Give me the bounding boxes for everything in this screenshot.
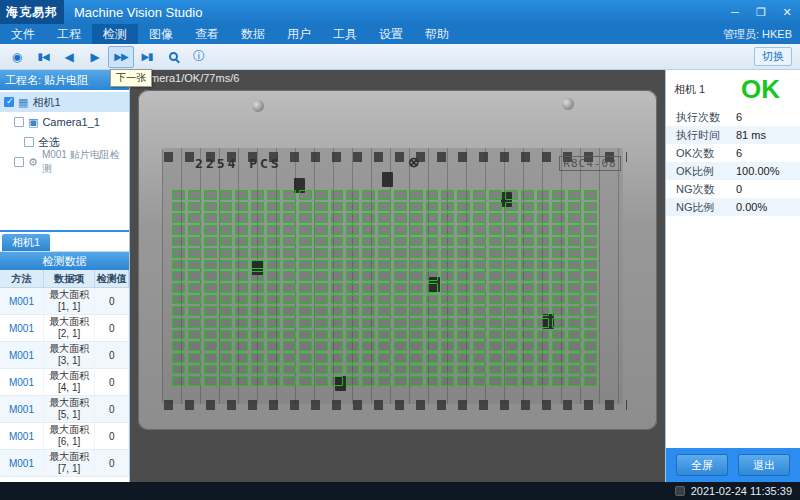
detection-cell	[362, 190, 375, 200]
detection-cell	[378, 376, 391, 386]
stat-row: OK次数 6	[666, 144, 800, 162]
detection-cell	[457, 237, 470, 247]
detection-cell	[568, 283, 581, 293]
detection-cell	[441, 330, 454, 340]
item-name: 最大面积	[49, 451, 89, 463]
detection-cell	[584, 365, 597, 375]
detection-cell	[220, 271, 233, 281]
detection-cell	[346, 213, 359, 223]
menu-item[interactable]: 文件	[0, 24, 46, 44]
detection-cell	[441, 248, 454, 258]
detection-cell	[568, 376, 581, 386]
detection-cell	[410, 213, 423, 223]
detection-cell	[267, 341, 280, 351]
detection-cell	[489, 248, 502, 258]
detection-cell	[378, 271, 391, 281]
tree-item-camera1[interactable]: ▦ 相机1	[0, 92, 129, 112]
table-row[interactable]: M001 最大面积 [6, 1] 0	[0, 423, 129, 450]
detection-cell	[315, 295, 328, 305]
column-item: 数据项	[44, 270, 96, 287]
minimize-button[interactable]: ─	[722, 0, 748, 24]
camera1-checkbox[interactable]	[4, 97, 14, 107]
detection-cell	[172, 306, 185, 316]
switch-user-button[interactable]: 切换	[754, 47, 792, 66]
tree-item-camera1-1[interactable]: ▣ Camera1_1	[0, 112, 129, 132]
detection-cell	[346, 248, 359, 258]
detection-cell	[410, 283, 423, 293]
detection-cell	[172, 248, 185, 258]
detection-cell	[521, 318, 534, 328]
first-image-button[interactable]: ▮◀	[30, 46, 56, 68]
menu-item[interactable]: 设置	[368, 24, 414, 44]
detection-cell	[568, 306, 581, 316]
table-row[interactable]: M001 最大面积 [1, 1] 0	[0, 288, 129, 315]
method-cell: M001	[0, 396, 44, 422]
close-button[interactable]: ✕	[774, 0, 800, 24]
detection-cell	[251, 202, 264, 212]
detection-cell	[473, 365, 486, 375]
admin-user-label: 管理员: HKEB	[723, 24, 800, 44]
menu-item[interactable]: 用户	[276, 24, 322, 44]
exit-button[interactable]: 退出	[738, 454, 790, 476]
menu-item[interactable]: 帮助	[414, 24, 460, 44]
detection-cell	[251, 237, 264, 247]
detection-cell	[552, 213, 565, 223]
menu-item[interactable]: 工程	[46, 24, 92, 44]
menu-item[interactable]: 工具	[322, 24, 368, 44]
camera1-1-checkbox[interactable]	[14, 117, 24, 127]
detection-cell	[537, 202, 550, 212]
detection-cell	[283, 190, 296, 200]
last-image-button[interactable]: ▶▮	[134, 46, 160, 68]
detection-cell	[521, 225, 534, 235]
info-button[interactable]: ⓘ	[186, 46, 212, 68]
tab-camera1[interactable]: 相机1	[2, 234, 50, 251]
method-cell: M001	[0, 450, 44, 476]
tree-item-m001[interactable]: ⚙ M001 贴片电阻检测	[0, 152, 129, 172]
run-button[interactable]: ▶	[82, 46, 108, 68]
detection-cell	[315, 225, 328, 235]
detection-cell	[394, 376, 407, 386]
detection-cell	[505, 283, 518, 293]
select-all-checkbox[interactable]	[24, 137, 34, 147]
menu-item[interactable]: 检测	[92, 24, 138, 44]
detection-cell	[568, 295, 581, 305]
zoom-button[interactable]	[160, 46, 186, 68]
maximize-button[interactable]: ❐	[748, 0, 774, 24]
detection-cell	[505, 341, 518, 351]
detection-cell	[426, 306, 439, 316]
detection-cell	[283, 341, 296, 351]
fullscreen-button[interactable]: 全屏	[676, 454, 728, 476]
detection-cell	[251, 225, 264, 235]
detection-cell	[394, 190, 407, 200]
m001-checkbox[interactable]	[14, 157, 24, 167]
dark-component-blob	[382, 172, 393, 187]
detection-cell	[441, 341, 454, 351]
table-row[interactable]: M001 最大面积 [7, 1] 0	[0, 450, 129, 477]
next-image-button[interactable]: ▶▶	[108, 46, 134, 68]
prev-image-button[interactable]: ◀	[56, 46, 82, 68]
detection-cell	[235, 376, 248, 386]
detection-cell	[378, 318, 391, 328]
detection-cell	[505, 237, 518, 247]
detection-cell	[267, 213, 280, 223]
table-row[interactable]: M001 最大面积 [3, 1] 0	[0, 342, 129, 369]
menu-item[interactable]: 数据	[230, 24, 276, 44]
detection-cell	[568, 260, 581, 270]
detection-cell	[188, 365, 201, 375]
menu-item[interactable]: 图像	[138, 24, 184, 44]
table-row[interactable]: M001 最大面积 [2, 1] 0	[0, 315, 129, 342]
stat-value: 100.00%	[736, 165, 779, 177]
detection-cell	[331, 318, 344, 328]
detection-cell	[315, 237, 328, 247]
detection-cell	[441, 213, 454, 223]
detection-cell	[537, 271, 550, 281]
detection-cell	[283, 260, 296, 270]
image-viewport[interactable]: Camera1/OK/77ms/6 2254 PCS ⊗ R8C4-08	[130, 70, 665, 482]
detection-cell	[220, 376, 233, 386]
detection-cell	[299, 213, 312, 223]
power-button[interactable]: ◉	[4, 46, 30, 68]
table-row[interactable]: M001 最大面积 [4, 1] 0	[0, 369, 129, 396]
first-image-icon: ▮◀	[37, 51, 48, 62]
menu-item[interactable]: 查看	[184, 24, 230, 44]
table-row[interactable]: M001 最大面积 [5, 1] 0	[0, 396, 129, 423]
